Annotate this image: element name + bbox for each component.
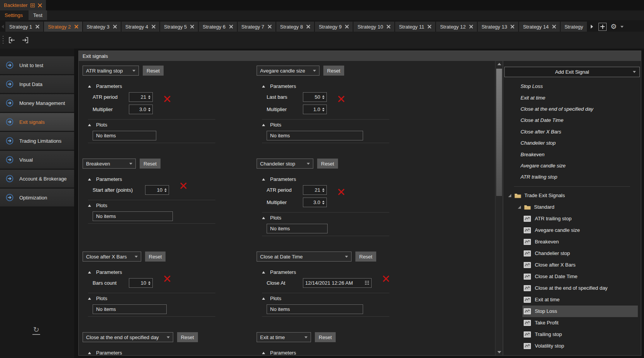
reset-button[interactable]: Reset bbox=[143, 66, 164, 76]
add-signal-menu-item[interactable]: Chandelier stop bbox=[521, 137, 641, 149]
add-signal-menu-item[interactable]: Exit at time bbox=[521, 92, 641, 103]
remove-signal-button[interactable] bbox=[382, 275, 390, 282]
parameter-input[interactable]: 1.0 bbox=[303, 105, 327, 114]
sidebar-item[interactable]: Account & Brokerage bbox=[0, 170, 74, 187]
parameter-input[interactable]: 21 bbox=[129, 92, 153, 102]
remove-signal-button[interactable] bbox=[338, 188, 345, 196]
parameters-section-header[interactable]: Parameters bbox=[262, 269, 372, 275]
spinner-arrows[interactable] bbox=[322, 108, 325, 111]
strategy-tab[interactable]: Strategy 4 bbox=[122, 22, 159, 32]
reset-button[interactable]: Reset bbox=[317, 159, 338, 169]
spinner-arrows[interactable] bbox=[322, 201, 325, 204]
spinner-arrows[interactable] bbox=[164, 188, 167, 192]
parameter-input[interactable]: 21 bbox=[303, 185, 327, 195]
scroll-tabs-left-button[interactable] bbox=[0, 22, 5, 32]
tree-node-signal[interactable]: ATR trailing stop bbox=[503, 213, 638, 225]
sidebar-item[interactable]: Exit signals bbox=[0, 113, 74, 131]
sidebar-item[interactable]: Input Data bbox=[0, 75, 74, 93]
export-settings-button[interactable] bbox=[20, 35, 30, 45]
close-tab-icon[interactable] bbox=[268, 25, 272, 29]
parameter-input[interactable]: 10 bbox=[145, 185, 169, 195]
tree-node-signal[interactable]: Stop Loss bbox=[522, 306, 638, 317]
strategy-tab[interactable]: Strategy 2 bbox=[44, 22, 82, 32]
spinner-arrows[interactable] bbox=[148, 108, 150, 111]
tree-node-signal[interactable]: Close at the end of specified day bbox=[503, 282, 638, 294]
reset-button[interactable]: Reset bbox=[315, 332, 336, 342]
tree-node-signal[interactable]: Avegare candle size bbox=[503, 225, 638, 236]
close-tab-icon[interactable] bbox=[387, 25, 390, 29]
sidebar-item[interactable]: Optimization bbox=[0, 189, 74, 206]
toolbar-drag-handle[interactable] bbox=[2, 35, 4, 45]
remove-signal-button[interactable] bbox=[338, 95, 345, 103]
tree-node-signal[interactable]: Volatility stop bbox=[503, 340, 638, 352]
tree-node-group[interactable]: Standard bbox=[503, 201, 641, 213]
add-exit-signal-dropdown[interactable]: Add Exit Signal bbox=[504, 67, 640, 77]
close-tab-icon[interactable] bbox=[35, 25, 39, 29]
add-signal-menu-item[interactable]: Stop Loss bbox=[521, 81, 641, 92]
reset-button[interactable]: Reset bbox=[355, 252, 376, 262]
add-signal-menu-item[interactable]: Breakeven bbox=[521, 149, 641, 160]
reset-button[interactable]: Reset bbox=[140, 159, 161, 169]
signal-type-dropdown[interactable]: Avegare candle size bbox=[257, 66, 319, 76]
backtester-window-tab[interactable]: Backtester bbox=[0, 0, 46, 10]
parameters-section-header[interactable]: Parameters bbox=[88, 83, 153, 89]
close-window-icon[interactable] bbox=[38, 3, 42, 7]
parameters-section-header[interactable]: Parameters bbox=[88, 176, 169, 182]
add-signal-menu-item[interactable]: ATR trailing stop bbox=[521, 171, 641, 182]
view-tab[interactable]: Test bbox=[29, 10, 47, 20]
parameter-input[interactable]: 10 bbox=[129, 278, 153, 288]
strategy-tab[interactable]: Strategy 9 bbox=[315, 22, 353, 32]
vertical-scrollbar[interactable] bbox=[495, 61, 503, 355]
parameters-section-header[interactable]: Parameters bbox=[88, 269, 153, 275]
refresh-icon[interactable] bbox=[32, 325, 40, 335]
tree-node-signal[interactable]: Close at Date Time bbox=[503, 271, 638, 282]
float-window-icon[interactable] bbox=[30, 3, 35, 7]
scroll-down-button[interactable] bbox=[495, 349, 503, 355]
import-settings-button[interactable] bbox=[7, 35, 17, 45]
strategy-tab[interactable]: Strategy 6 bbox=[199, 22, 237, 32]
tree-node-signal[interactable]: Exit at time bbox=[503, 294, 638, 306]
tree-node-signal[interactable]: Close after X Bars bbox=[503, 259, 638, 271]
sidebar-item[interactable]: Money Management bbox=[0, 94, 74, 112]
scrollbar-thumb[interactable] bbox=[496, 69, 502, 196]
gear-icon[interactable] bbox=[610, 23, 617, 30]
tree-node-root[interactable]: Trade Exit Signals bbox=[503, 190, 641, 201]
reset-button[interactable]: Reset bbox=[145, 252, 166, 262]
strategy-tab-overflow[interactable]: Strategy bbox=[561, 22, 587, 32]
close-tab-icon[interactable] bbox=[428, 25, 431, 29]
tree-node-signal[interactable]: Take Profit bbox=[503, 317, 638, 329]
strategy-tab[interactable]: Strategy 10 bbox=[353, 22, 394, 32]
reset-button[interactable]: Reset bbox=[177, 332, 198, 342]
plots-section-header[interactable]: Plots bbox=[88, 203, 252, 208]
spinner-arrows[interactable] bbox=[148, 95, 150, 99]
parameter-input[interactable]: 50 bbox=[303, 92, 327, 102]
reset-button[interactable]: Reset bbox=[323, 66, 344, 76]
expander-icon[interactable] bbox=[518, 206, 521, 209]
strategy-tab[interactable]: Strategy 5 bbox=[160, 22, 198, 32]
tree-node-signal[interactable]: Chandelier stop bbox=[503, 248, 638, 259]
add-signal-menu-item[interactable]: Avegare candle size bbox=[521, 160, 641, 171]
plots-section-header[interactable]: Plots bbox=[262, 122, 426, 128]
strategy-tab[interactable]: Strategy 11 bbox=[395, 22, 436, 32]
add-signal-menu-item[interactable]: Close at Date Time bbox=[521, 115, 641, 126]
chevron-down-icon[interactable] bbox=[620, 26, 624, 28]
parameters-section-header[interactable]: Parameters bbox=[262, 350, 341, 355]
remove-signal-button[interactable] bbox=[164, 275, 171, 282]
signal-type-dropdown[interactable]: Chandelier stop bbox=[257, 159, 313, 169]
tree-node-signal[interactable]: Breakeven bbox=[503, 236, 638, 248]
scroll-tabs-right-button[interactable] bbox=[589, 22, 595, 32]
parameter-input[interactable]: 12/14/2021 12:26 AM bbox=[303, 278, 372, 288]
close-tab-icon[interactable] bbox=[469, 25, 473, 29]
plots-section-header[interactable]: Plots bbox=[88, 122, 252, 128]
remove-signal-button[interactable] bbox=[164, 95, 171, 103]
remove-signal-button[interactable] bbox=[180, 182, 187, 189]
signal-type-dropdown[interactable]: ATR trailing stop bbox=[83, 66, 139, 76]
expander-icon[interactable] bbox=[508, 194, 511, 197]
parameters-section-header[interactable]: Parameters bbox=[262, 83, 327, 89]
signal-type-dropdown[interactable]: Close after X Bars bbox=[83, 252, 141, 262]
sidebar-item[interactable]: Unit to test bbox=[0, 56, 74, 74]
close-tab-icon[interactable] bbox=[190, 25, 194, 29]
signal-type-dropdown[interactable]: Close at Date Time bbox=[257, 252, 352, 262]
strategy-tab[interactable]: Strategy 7 bbox=[238, 22, 276, 32]
close-tab-icon[interactable] bbox=[306, 25, 310, 29]
